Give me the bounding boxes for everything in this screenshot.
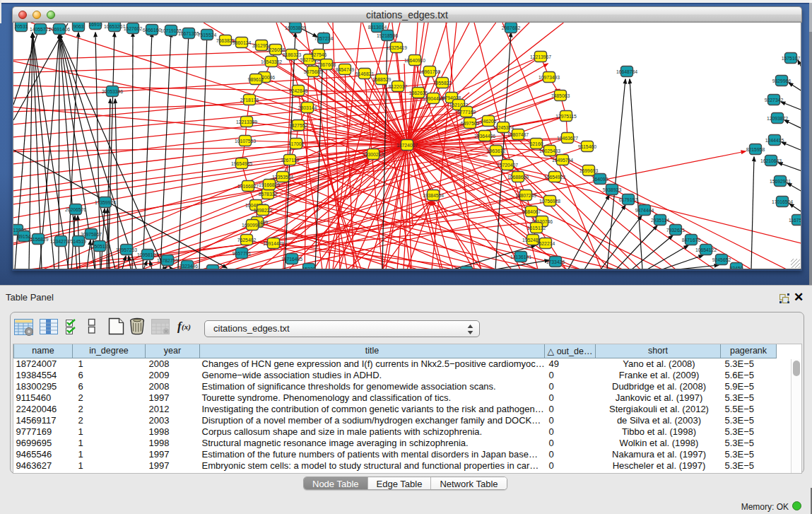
svg-text:8215958: 8215958: [746, 147, 765, 152]
svg-text:16053809: 16053809: [285, 25, 306, 30]
svg-text:989612: 989612: [248, 77, 264, 82]
svg-text:8186323: 8186323: [283, 52, 302, 57]
svg-text:12213389: 12213389: [236, 119, 257, 124]
svg-text:7625402: 7625402: [237, 238, 257, 243]
svg-text:6497503: 6497503: [461, 121, 480, 126]
svg-text:15495754: 15495754: [552, 158, 573, 163]
svg-text:2367608: 2367608: [317, 62, 336, 67]
svg-text:8578332: 8578332: [259, 192, 278, 197]
svg-text:10654122: 10654122: [695, 247, 717, 252]
svg-text:2522214: 2522214: [536, 241, 555, 246]
svg-text:15320: 15320: [302, 267, 316, 270]
svg-text:7515524: 7515524: [198, 33, 217, 37]
svg-text:164093: 164093: [592, 177, 608, 182]
svg-text:10025433: 10025433: [539, 148, 560, 153]
svg-text:746206: 746206: [481, 119, 497, 124]
svg-text:19654985: 19654985: [231, 161, 252, 166]
svg-text:17957253: 17957253: [116, 247, 137, 252]
svg-text:62160: 62160: [530, 141, 543, 146]
svg-text:9777169: 9777169: [457, 110, 476, 115]
svg-text:30975867: 30975867: [81, 232, 102, 237]
svg-text:8813014: 8813014: [368, 25, 387, 30]
svg-text:20691406: 20691406: [49, 27, 70, 32]
svg-text:18724007: 18724007: [396, 143, 418, 148]
svg-text:2803144: 2803144: [298, 105, 317, 110]
svg-text:16648784: 16648784: [616, 69, 637, 74]
svg-text:7932621: 7932621: [666, 228, 686, 233]
svg-text:16910: 16910: [89, 23, 102, 27]
svg-text:12505135: 12505135: [89, 244, 110, 249]
svg-text:12323446: 12323446: [177, 264, 198, 269]
svg-text:15692901: 15692901: [770, 179, 791, 184]
svg-text:1167533: 1167533: [789, 218, 801, 223]
svg-text:16210643: 16210643: [760, 158, 782, 163]
svg-text:10653267: 10653267: [104, 24, 125, 29]
svg-text:12093872: 12093872: [767, 116, 788, 121]
svg-text:7955822: 7955822: [433, 81, 452, 86]
svg-text:9245652: 9245652: [712, 257, 731, 262]
svg-text:14055721: 14055721: [30, 27, 51, 32]
svg-text:9657791: 9657791: [233, 251, 252, 256]
svg-text:12353594: 12353594: [272, 175, 293, 180]
svg-text:12342737: 12342737: [50, 239, 71, 244]
svg-text:16961758: 16961758: [419, 69, 440, 74]
svg-text:19904438: 19904438: [423, 96, 444, 101]
svg-text:1575107: 1575107: [782, 56, 801, 61]
svg-text:(x): (x): [182, 322, 191, 332]
svg-text:10107553: 10107553: [235, 139, 256, 144]
svg-text:16914479: 16914479: [263, 241, 284, 246]
svg-text:1699693: 1699693: [579, 168, 599, 173]
svg-text:10688609: 10688609: [507, 175, 529, 180]
svg-text:20531: 20531: [15, 24, 28, 29]
svg-text:2087682: 2087682: [502, 25, 521, 30]
svg-text:19300213: 19300213: [363, 152, 384, 157]
svg-text:20364436: 20364436: [474, 134, 495, 139]
svg-text:10756928: 10756928: [539, 199, 560, 204]
svg-text:10807487: 10807487: [507, 132, 529, 137]
svg-text:1244415: 1244415: [765, 138, 784, 143]
svg-text:17016504: 17016504: [772, 199, 793, 204]
svg-text:1362635: 1362635: [409, 90, 428, 95]
svg-text:15716485: 15716485: [281, 257, 302, 262]
svg-text:19218596: 19218596: [377, 33, 398, 38]
svg-text:18807249: 18807249: [515, 193, 536, 198]
svg-text:9242848: 9242848: [289, 88, 308, 93]
svg-text:9115460: 9115460: [578, 144, 596, 149]
svg-text:16909948: 16909948: [242, 223, 263, 228]
svg-text:12213967: 12213967: [530, 54, 551, 59]
svg-text:18640910: 18640910: [404, 58, 425, 63]
svg-text:19384554: 19384554: [423, 193, 444, 198]
svg-text:1733426: 1733426: [546, 259, 565, 264]
svg-text:2963672: 2963672: [487, 148, 506, 153]
svg-text:13325419: 13325419: [386, 45, 407, 50]
svg-text:9227342: 9227342: [765, 98, 784, 103]
svg-text:20053346: 20053346: [102, 89, 123, 94]
svg-text:9860124: 9860124: [233, 40, 252, 45]
svg-text:17359924: 17359924: [95, 200, 116, 205]
svg-text:31245374: 31245374: [493, 125, 514, 130]
svg-text:16671355: 16671355: [178, 31, 199, 36]
svg-text:10958107: 10958107: [137, 252, 158, 257]
svg-text:19166827: 19166827: [237, 184, 259, 189]
svg-text:19166825: 19166825: [259, 182, 280, 187]
svg-text:20531: 20531: [460, 269, 473, 270]
svg-text:12975115: 12975115: [555, 114, 577, 119]
svg-text:7357234: 7357234: [314, 36, 334, 41]
svg-text:9427552: 9427552: [289, 123, 308, 128]
svg-text:9063: 9063: [73, 24, 83, 29]
svg-text:20206576: 20206576: [65, 207, 86, 212]
svg-text:2935114: 2935114: [651, 218, 669, 223]
svg-text:114519: 114519: [71, 239, 86, 244]
svg-text:9474444: 9474444: [635, 208, 654, 213]
svg-text:92450: 92450: [730, 266, 743, 270]
svg-text:1615132: 1615132: [527, 226, 546, 230]
svg-text:7485063: 7485063: [551, 93, 570, 98]
svg-text:15720407: 15720407: [497, 163, 518, 168]
svg-text:1588529: 1588529: [372, 77, 392, 82]
svg-text:2718176: 2718176: [240, 98, 259, 103]
svg-text:9684067: 9684067: [522, 209, 541, 214]
svg-text:6179197: 6179197: [619, 197, 638, 202]
svg-text:5226058: 5226058: [266, 47, 286, 52]
svg-text:10898: 10898: [206, 268, 220, 270]
svg-text:417001: 417001: [288, 141, 305, 146]
